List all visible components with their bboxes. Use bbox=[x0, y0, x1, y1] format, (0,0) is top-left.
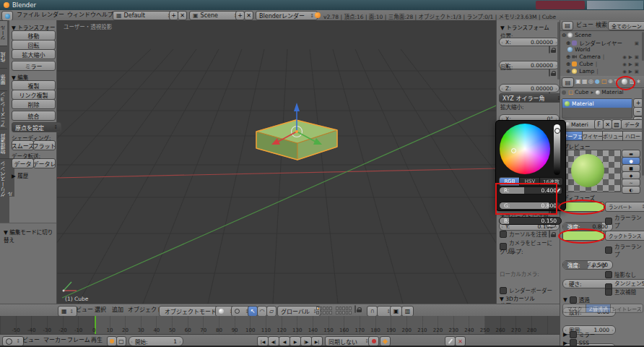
pin-icon[interactable] bbox=[562, 90, 566, 95]
mirror-checkbox[interactable] bbox=[570, 331, 577, 338]
tab-render-icon[interactable]: ▣ bbox=[575, 78, 581, 85]
frame-start-field[interactable]: 開始:1 bbox=[129, 336, 183, 346]
select-menu[interactable]: 選択 bbox=[91, 305, 110, 315]
outliner-row-scene[interactable]: ⊖Scene bbox=[562, 32, 643, 38]
transparency-tab-raytrace[interactable]: レイトレース bbox=[610, 304, 643, 313]
rotation-mode-dropdown[interactable]: XYZ オイラー角 bbox=[499, 93, 560, 103]
location-x-field[interactable]: X:0.00000 bbox=[499, 38, 560, 46]
tab-world-icon[interactable]: ● bbox=[595, 78, 600, 85]
select-toggle-icon[interactable]: ▶ bbox=[629, 54, 632, 60]
tab-scene-icon[interactable]: ◎ bbox=[588, 78, 593, 85]
keying-set-key-button[interactable] bbox=[380, 336, 391, 346]
preview-range-toggle[interactable] bbox=[107, 336, 117, 346]
tab-modifiers-icon[interactable]: ⊕ bbox=[608, 78, 613, 85]
picker-tab-rgb[interactable]: RGB bbox=[499, 177, 521, 186]
play-reverse-button[interactable]: ◀ bbox=[279, 336, 290, 346]
diffuse-shader-dropdown[interactable]: ランバート bbox=[605, 202, 644, 212]
scene-remove-button[interactable]: ✕ bbox=[244, 11, 253, 20]
outliner-editor-type-button[interactable]: ▤ bbox=[562, 21, 573, 30]
specular-shader-dropdown[interactable]: クックトランス bbox=[605, 231, 644, 241]
transparency-panel-header[interactable]: ▼透過 bbox=[563, 296, 590, 304]
play-button[interactable]: ▶ bbox=[290, 336, 301, 346]
tab-tools[interactable]: ツール bbox=[0, 20, 7, 46]
duplicate-button[interactable]: 複製 bbox=[12, 80, 56, 90]
layer-buttons[interactable] bbox=[316, 307, 352, 314]
transparency-checkbox[interactable] bbox=[570, 296, 577, 304]
picker-b-slider[interactable]: B:0.150 bbox=[499, 217, 562, 225]
mirror-button[interactable]: ミラー bbox=[12, 61, 56, 71]
render-border-checkbox[interactable]: レンダーボーダー bbox=[500, 286, 552, 294]
npanel-transform-header[interactable]: ▼ トランスフォーム bbox=[500, 23, 549, 31]
properties-editor-type-button[interactable]: ▤ bbox=[562, 77, 574, 87]
lock-scale-y-button[interactable] bbox=[549, 230, 550, 238]
manipulator-translate-toggle[interactable]: ↖ bbox=[248, 306, 258, 317]
diffuse-intensity-slider[interactable]: 強度:0.800 bbox=[562, 222, 613, 231]
snap-toggle-button[interactable]: ∪ bbox=[367, 306, 378, 317]
set-origin-dropdown[interactable]: 原点を設定 bbox=[12, 122, 61, 132]
titlebar[interactable]: Blender bbox=[0, 0, 644, 10]
screen-layout-selector[interactable]: ▦Default bbox=[113, 11, 175, 20]
value-slider-handle[interactable] bbox=[554, 128, 560, 134]
data-layout-button[interactable]: データレ bbox=[33, 158, 56, 168]
manipulator-rotate-toggle[interactable]: ◠ bbox=[257, 306, 267, 317]
shadeless-checkbox[interactable]: 陰影なし bbox=[605, 270, 636, 278]
render-opengl-button[interactable]: ▣ bbox=[390, 306, 402, 317]
shade-smooth-button[interactable]: スムーズ bbox=[12, 140, 34, 150]
transparency-tab-ztransp[interactable]: Z値透過 bbox=[586, 304, 612, 313]
cubic-checkbox[interactable]: 三次補間 bbox=[605, 288, 636, 296]
join-button[interactable]: 統合 bbox=[12, 111, 56, 121]
lock-time-toggle[interactable]: ▢ bbox=[116, 336, 126, 346]
select-toggle-icon[interactable]: ▶ bbox=[629, 69, 632, 74]
shade-flat-button[interactable]: フラット bbox=[33, 140, 56, 150]
picker-r-slider[interactable]: R:0.400 bbox=[499, 187, 562, 194]
outliner-row-lamp[interactable]: ⊕Lamp|◉▶▣ bbox=[566, 68, 643, 74]
panel-header-history[interactable]: ▶ 履歴 bbox=[12, 171, 28, 179]
color-wheel[interactable] bbox=[500, 124, 550, 174]
timeline-playback-menu[interactable]: 再生 bbox=[87, 335, 106, 346]
scene-selector[interactable]: ▣Scene bbox=[189, 11, 241, 20]
tab-create[interactable]: 作成 bbox=[0, 46, 7, 68]
sync-mode-dropdown[interactable]: 同期しない bbox=[325, 336, 373, 346]
move-button[interactable]: 移動 bbox=[12, 30, 56, 40]
specular-ramp-checkbox[interactable]: カラーランプ bbox=[605, 242, 644, 258]
app-menu-button[interactable] bbox=[1, 11, 13, 21]
sss-panel-header[interactable]: ▶SSS bbox=[563, 339, 589, 346]
picker-g-slider[interactable]: G:0.800 bbox=[499, 202, 562, 210]
render-toggle-icon[interactable]: ▣ bbox=[635, 61, 639, 67]
transform-orientation-dropdown[interactable]: グローバル bbox=[277, 306, 321, 317]
tab-texture-icon[interactable]: ▨ bbox=[630, 78, 635, 85]
tab-render-layers-icon[interactable]: ▦ bbox=[582, 78, 588, 85]
value-slider[interactable] bbox=[554, 124, 560, 175]
type-tab-volume[interactable]: ボリュー bbox=[602, 131, 624, 141]
duplicate-linked-button[interactable]: リンク複製 bbox=[12, 90, 56, 100]
tab-animation[interactable]: アニメーション bbox=[0, 90, 7, 129]
outliner-row-cube[interactable]: ⊕Cube|◉▶▣ bbox=[566, 61, 643, 67]
use-nodes-button[interactable]: ▧ bbox=[612, 119, 622, 129]
operator-panel-title[interactable]: ▼ 編集モードに切り替え bbox=[4, 228, 56, 244]
scale-button[interactable]: 拡大縮小 bbox=[12, 49, 56, 59]
diffuse-panel-header[interactable]: ディフューズ bbox=[563, 194, 595, 202]
manipulator-scale-toggle[interactable]: ▱ bbox=[266, 306, 277, 317]
render-toggle-icon[interactable]: ▣ bbox=[635, 54, 639, 60]
outliner-row-world[interactable]: World bbox=[566, 46, 643, 53]
viewport-3d[interactable]: ユーザー・透視投影 (1) Cube bbox=[56, 20, 496, 304]
type-tab-wire[interactable]: ワイヤー bbox=[582, 131, 604, 141]
insert-keyframe-button[interactable] bbox=[445, 336, 456, 346]
type-tab-halo[interactable]: ハロー bbox=[622, 131, 643, 141]
picker-tab-hsv[interactable]: HSV bbox=[519, 177, 541, 186]
visibility-toggle-icon[interactable]: ◉ bbox=[622, 54, 627, 60]
select-toggle-icon[interactable]: ▶ bbox=[629, 61, 632, 67]
lock-cursor-checkbox[interactable]: カーソルを注視 bbox=[500, 230, 547, 238]
material-link-dropdown[interactable]: データ bbox=[621, 119, 644, 129]
picker-tab-hex[interactable]: 16進数 bbox=[539, 177, 563, 186]
tab-object-icon[interactable]: □ bbox=[601, 78, 607, 85]
timeline-ruler[interactable]: -50-40-30-20-100102030405060708090100110… bbox=[0, 316, 560, 334]
render-engine-selector[interactable]: Blenderレンダー bbox=[256, 11, 318, 20]
tab-physics[interactable]: 物理演算 bbox=[0, 129, 7, 158]
preview-world-button[interactable]: ◐ bbox=[622, 186, 640, 194]
layout-remove-button[interactable]: ✕ bbox=[178, 11, 187, 20]
lock-to-scene-button[interactable] bbox=[354, 305, 356, 313]
lock-location-x-button[interactable] bbox=[549, 46, 550, 53]
prev-keyframe-button[interactable]: ◀| bbox=[268, 336, 279, 346]
material-slot-active[interactable]: Material bbox=[562, 99, 632, 108]
